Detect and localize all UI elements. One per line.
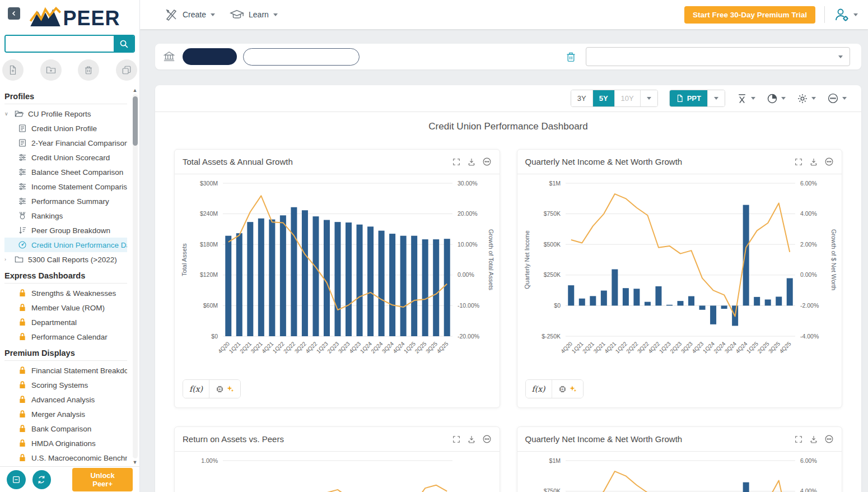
folder-icon <box>15 255 24 264</box>
card-more-icon[interactable] <box>482 157 492 166</box>
range-3y-button[interactable]: 3Y <box>571 90 592 106</box>
fullscreen-icon[interactable] <box>794 157 803 166</box>
sidebar-search <box>4 35 135 53</box>
download-icon[interactable] <box>467 435 476 444</box>
settings-menu[interactable] <box>797 93 816 104</box>
sidebar-item-peer-group-breakdown[interactable]: Peer Group Breakdown <box>4 223 127 238</box>
ai-insights-button[interactable]: AI <box>552 380 583 398</box>
chevron-down-icon[interactable]: ∨ <box>4 111 10 117</box>
selected-institution-pill[interactable] <box>183 48 237 65</box>
new-file-button[interactable] <box>2 59 24 81</box>
chart-type-menu[interactable] <box>767 93 786 104</box>
chevron-right-icon[interactable]: › <box>4 257 10 262</box>
unlock-peer-button[interactable]: Unlock Peer+ <box>72 468 133 491</box>
sidebar-item-5300-call-reports-2022[interactable]: ›5300 Call Reports (>2022) <box>4 252 127 267</box>
tree-scrollbar[interactable]: ▲ ▼ <box>132 87 138 465</box>
lock-icon <box>18 380 27 389</box>
svg-text:4Q25: 4Q25 <box>436 340 450 354</box>
range-5y-button[interactable]: 5Y <box>592 90 614 106</box>
fullscreen-icon[interactable] <box>794 435 803 444</box>
sidebar-item-u-s-macroeconomic-benchmarks[interactable]: U.S. Macroeconomic Benchmarks <box>4 451 127 465</box>
caret-down-icon <box>647 97 651 100</box>
remove-filter-button[interactable] <box>565 51 577 63</box>
premium-trial-button[interactable]: Start Free 30-Day Premium Trial <box>684 6 815 24</box>
chart-footer-actions: f(x)AI <box>183 379 241 398</box>
search-button[interactable] <box>114 36 134 52</box>
more-menu[interactable] <box>827 92 847 104</box>
sidebar-item-cu-profile-reports[interactable]: ∨CU Profile Reports <box>4 106 127 121</box>
trash-button[interactable] <box>78 59 99 81</box>
sidebar-item-merger-analysis[interactable]: Merger Analysis <box>4 407 127 421</box>
sidebar-item-credit-union-profile[interactable]: Credit Union Profile <box>4 121 127 136</box>
download-icon[interactable] <box>809 435 818 444</box>
chart-title: Quarterly Net Income & Net Worth Growth <box>525 157 683 166</box>
sidebar-item-scoring-systems[interactable]: Scoring Systems <box>4 378 127 392</box>
svg-text:-2.00%: -2.00% <box>800 302 819 309</box>
scroll-up-icon[interactable]: ▲ <box>132 87 138 93</box>
download-icon[interactable] <box>809 157 818 166</box>
sidebar-item-advanced-analysis[interactable]: Advanced Analysis <box>4 392 127 407</box>
sidebar-item-member-value-rom[interactable]: Member Value (ROM) <box>4 300 127 315</box>
sidebar-item-performance-calendar[interactable]: Performance Calendar <box>4 329 127 344</box>
refresh-button[interactable] <box>32 470 52 489</box>
sidebar-item-2-year-financial-comparison[interactable]: 2-Year Financial Comparison <box>4 136 127 150</box>
collapse-sidebar-button[interactable] <box>8 7 20 20</box>
svg-text:2Q23: 2Q23 <box>326 340 340 354</box>
sidebar-item-hmda-originations[interactable]: HMDA Originations <box>4 436 127 451</box>
svg-text:4Q24: 4Q24 <box>391 340 405 354</box>
export-ppt-button[interactable]: PPT <box>670 90 707 106</box>
formula-button[interactable]: f(x) <box>183 380 209 398</box>
page-title: Credit Union Performance Dashboard <box>155 112 861 134</box>
sidebar-item-credit-union-scorecard[interactable]: Credit Union Scorecard <box>4 150 127 165</box>
sidebar-item-strengths-weaknesses[interactable]: Strengths & Weaknesses <box>4 286 127 300</box>
sidebar-item-label: U.S. Macroeconomic Benchmarks <box>31 454 127 462</box>
sidebar-item-label: Member Value (ROM) <box>31 304 105 312</box>
fullscreen-icon[interactable] <box>452 435 461 444</box>
sidebar-item-rankings[interactable]: Rankings <box>4 208 127 223</box>
card-more-icon[interactable] <box>824 157 834 166</box>
search-input[interactable] <box>6 36 114 52</box>
duplicate-button[interactable] <box>116 59 137 81</box>
scrollbar-thumb[interactable] <box>133 96 138 146</box>
svg-text:0.00%: 0.00% <box>458 271 474 278</box>
card-more-icon[interactable] <box>824 434 834 444</box>
averages-menu[interactable] <box>736 93 755 104</box>
learn-menu[interactable]: Learn <box>230 8 278 21</box>
peer-group-pill[interactable] <box>243 48 360 66</box>
sidebar-item-label: Income Statement Comparison <box>31 183 127 191</box>
formula-button[interactable]: f(x) <box>526 380 552 398</box>
app-logo: PEER <box>29 5 120 27</box>
svg-text:1Q21: 1Q21 <box>228 340 242 354</box>
sidebar-item-credit-union-performance-dashboard[interactable]: Credit Union Performance Dashboard <box>4 238 127 252</box>
create-menu[interactable]: Create <box>165 8 215 21</box>
comparison-select[interactable] <box>586 47 850 66</box>
new-folder-button[interactable] <box>40 59 62 81</box>
ai-insights-button[interactable]: AI <box>209 380 240 398</box>
range-10y-button[interactable]: 10Y <box>614 90 640 106</box>
fullscreen-icon[interactable] <box>452 157 461 166</box>
sidebar-item-balance-sheet-comparison[interactable]: Balance Sheet Comparison <box>4 165 127 179</box>
export-options-button[interactable] <box>707 90 725 106</box>
svg-text:$500K: $500K <box>543 241 560 248</box>
new-file-icon <box>8 65 18 75</box>
range-options-button[interactable] <box>640 90 657 106</box>
sidebar-item-financial-statement-breakdowns[interactable]: Financial Statement Breakdowns <box>4 363 127 378</box>
sidebar-item-bank-comparison[interactable]: Bank Comparison <box>4 421 127 436</box>
download-icon[interactable] <box>467 157 476 166</box>
scroll-down-icon[interactable]: ▼ <box>132 459 138 465</box>
svg-text:6.00%: 6.00% <box>800 457 817 464</box>
chart-card-total-assets-annual-growth-0: Total Assets & Annual Growth$300M$240M$1… <box>174 149 500 408</box>
trash-icon <box>565 51 577 63</box>
refresh-icon <box>37 475 46 484</box>
medal-icon <box>18 211 27 220</box>
sidebar-item-departmental[interactable]: Departmental <box>4 315 127 329</box>
card-more-icon[interactable] <box>482 434 492 444</box>
sidebar-item-income-statement-comparison[interactable]: Income Statement Comparison <box>4 179 127 194</box>
account-menu[interactable] <box>834 7 858 22</box>
sparkles-icon <box>226 385 234 393</box>
sidebar-item-performance-summary[interactable]: Performance Summary <box>4 194 127 208</box>
scrollbar-track[interactable] <box>133 94 138 458</box>
sidebar-item-label: 2-Year Financial Comparison <box>31 139 127 147</box>
collapse-panel-button[interactable] <box>7 470 26 489</box>
caret-down-icon <box>751 97 755 100</box>
